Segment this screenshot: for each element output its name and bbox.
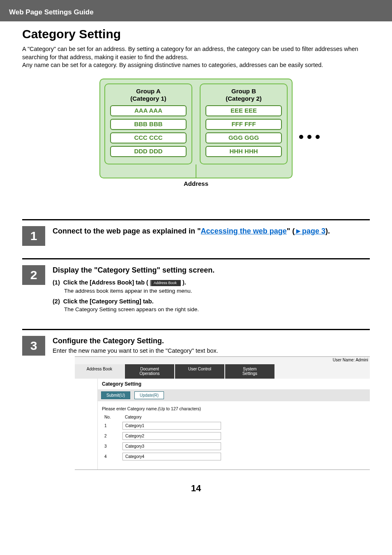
screenshot-sidebar: [75, 379, 98, 470]
intro-paragraph: A "Category" can be set for an address. …: [22, 45, 370, 69]
address-item: CCC CCC: [110, 132, 187, 143]
text: Click the [Address Book] tab (: [63, 279, 148, 286]
table-header: No. Category: [102, 414, 366, 421]
steps-list: 1 Connect to the web page as explained i…: [22, 219, 370, 474]
diagram-container: Group A (Category 1) AAA AAA BBB BBB CCC…: [22, 79, 370, 210]
table-row: 2: [102, 431, 366, 441]
text: Connect to the web page as explained in …: [53, 227, 201, 235]
submit-button[interactable]: Submit(U): [101, 391, 130, 399]
step-number: 1: [22, 226, 45, 246]
step-1: 1 Connect to the web page as explained i…: [22, 220, 370, 258]
screenshot-button-row: Submit(U) Update(R): [98, 389, 370, 401]
ellipsis-icon: [299, 135, 320, 139]
address-item: GGG GGG: [205, 132, 282, 143]
user-name-label: User Name: Admini: [333, 358, 368, 362]
step-number: 2: [22, 265, 45, 285]
row-no: 3: [102, 444, 122, 449]
category-input[interactable]: [122, 442, 221, 450]
arrow-icon: ►: [295, 227, 302, 235]
category-setting-screenshot: User Name: Admini Address Book Document …: [75, 356, 370, 470]
th-no: No.: [102, 414, 122, 421]
address-item: BBB BBB: [110, 119, 187, 130]
diagram-group-a: Group A (Category 1) AAA AAA BBB BBB CCC…: [104, 83, 192, 165]
row-no: 1: [102, 423, 122, 428]
address-item: HHH HHH: [205, 146, 282, 157]
step-3-sub: Enter the new name you want to set in th…: [53, 347, 370, 354]
text: Click the [Category Setting] tab.: [63, 298, 154, 305]
link-accessing-web-page[interactable]: Accessing the web page: [201, 227, 287, 235]
step-2-heading: Display the "Category Setting" setting s…: [53, 265, 370, 275]
text: " (: [287, 227, 295, 235]
step-2-sub1: (1) Click the [Address Book] tab ( Addre…: [53, 279, 370, 286]
document-header: Web Page Settings Guide: [0, 0, 392, 21]
screenshot-tabs: Address Book Document Operations User Co…: [75, 357, 370, 379]
link-page-ref[interactable]: ►page 3: [295, 227, 325, 235]
diagram-group-b: Group B (Category 2) EEE EEE FFF FFF GGG…: [200, 83, 288, 165]
table-row: 4: [102, 451, 366, 462]
screenshot-note: Please enter Category name.(Up to 127 ch…: [98, 401, 370, 414]
screenshot-heading: Category Setting: [98, 379, 370, 389]
link-text: page 3: [302, 227, 325, 235]
step-1-text: Connect to the web page as explained in …: [53, 226, 370, 236]
tab-document-operations[interactable]: Document Operations: [125, 364, 174, 379]
tab-address-book[interactable]: Address Book: [75, 364, 124, 379]
document-header-title: Web Page Settings Guide: [9, 8, 94, 16]
diagram-stem: [196, 164, 196, 178]
table-row: 1: [102, 421, 366, 431]
address-item: AAA AAA: [110, 105, 187, 116]
address-item: FFF FFF: [205, 119, 282, 130]
group-a-title: Group A (Category 1): [108, 88, 188, 103]
step-2-note2: The Category Setting screen appears on t…: [64, 306, 370, 312]
text: ).: [182, 279, 186, 286]
text: ).: [325, 227, 330, 235]
row-no: 4: [102, 454, 122, 459]
step-2-sub2: (2) Click the [Category Setting] tab.: [53, 298, 370, 305]
step-2-note1: The address book items appear in the set…: [64, 288, 370, 294]
update-button[interactable]: Update(R): [134, 391, 164, 399]
screenshot-main: Category Setting Submit(U) Update(R) Ple…: [98, 379, 370, 470]
address-book-tab-chip: Address Book: [150, 280, 181, 286]
category-table: No. Category 1 2: [98, 414, 370, 462]
step-number: 3: [22, 336, 45, 356]
page-content: Category Setting A "Category" can be set…: [0, 21, 392, 505]
address-item: DDD DDD: [110, 146, 187, 157]
table-row: 3: [102, 441, 366, 451]
step-3-heading: Configure the Category Setting.: [53, 336, 370, 346]
category-input[interactable]: [122, 422, 221, 430]
category-diagram: Group A (Category 1) AAA AAA BBB BBB CCC…: [99, 79, 293, 179]
step-2: 2 Display the "Category Setting" setting…: [22, 259, 370, 329]
tab-user-control[interactable]: User Control: [175, 364, 224, 379]
step-3: 3 Configure the Category Setting. Enter …: [22, 330, 370, 474]
sub-label: (1): [53, 279, 60, 286]
address-item: EEE EEE: [205, 105, 282, 116]
diagram-label: Address: [22, 180, 370, 187]
th-category: Category: [122, 414, 225, 421]
group-b-title: Group B (Category 2): [204, 88, 284, 103]
row-no: 2: [102, 434, 122, 438]
sub-label: (2): [53, 298, 60, 305]
page-number: 14: [22, 474, 370, 505]
category-input[interactable]: [122, 453, 221, 460]
category-input[interactable]: [122, 432, 221, 440]
page-title: Category Setting: [22, 27, 370, 41]
tab-system-settings[interactable]: System Settings: [225, 364, 274, 379]
